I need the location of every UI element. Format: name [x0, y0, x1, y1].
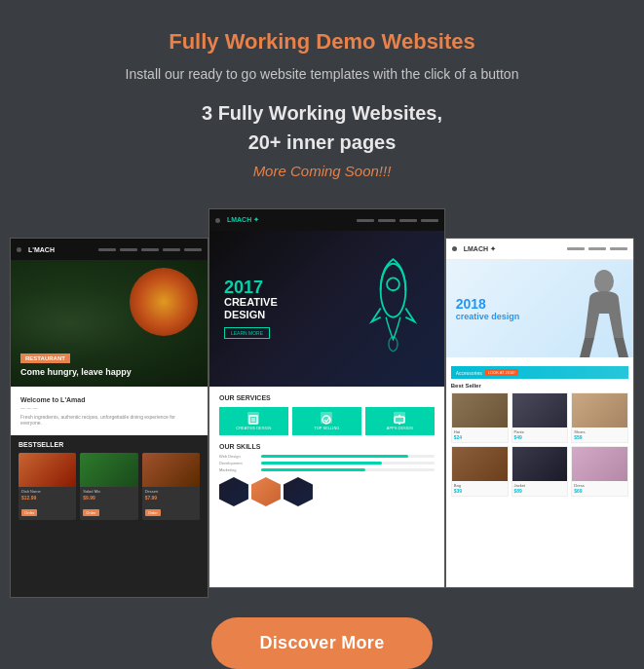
ecom-products-section: Accessories LOOK AT 2018! Best Seller Ha…	[446, 357, 633, 587]
header-dot	[17, 247, 21, 252]
ecom-product-info: Hat $24	[452, 427, 508, 442]
rest-bs-item: Dish Name $12.99 Order	[19, 453, 76, 520]
cs-skill-fill-2	[261, 462, 382, 465]
ecom-product-info: Pants $49	[512, 427, 568, 442]
creative-hero: 2017 CREATIVEDESIGN LEARN MORE	[209, 231, 444, 387]
rest-bs-img	[142, 453, 200, 487]
cs-skill-track-3	[261, 468, 435, 471]
ecom-product-img	[452, 393, 508, 427]
screenshot-ecommerce: LMACH ✦ 2018 creative design	[445, 238, 634, 588]
rest-logo: L'MACH	[28, 246, 55, 253]
rest-bs-btn[interactable]: Order	[21, 509, 37, 516]
creative-design-text: CREATIVEDESIGN	[224, 296, 278, 321]
cs-skill-name-3: Marketing	[219, 467, 258, 472]
ecom-best-seller-title: Best Seller	[451, 383, 628, 389]
rest-bs-img	[19, 453, 76, 487]
rest-bs-item: Dessert $7.99 Order	[142, 453, 200, 520]
cs-skill-track-1	[261, 455, 435, 458]
ecom-promo-banner: Accessories LOOK AT 2018!	[451, 366, 628, 379]
discover-btn-container: Discover More	[211, 617, 434, 669]
nav-item	[357, 219, 374, 222]
rest-welcome-title: Welcome to L'Amad	[20, 396, 198, 403]
restaurant-mock: L'MACH RESTAURANT Come hungry, leave hap…	[11, 239, 208, 597]
cs-item-label-3: APPS DESIGN	[368, 426, 432, 430]
rest-bs-name: Dessert	[145, 489, 197, 494]
ecom-product-img	[572, 393, 627, 427]
ecom-product-info: Dress $69	[572, 481, 627, 496]
ecom-product-price: $89	[514, 488, 566, 494]
header-dot	[215, 218, 220, 223]
nav-item	[378, 219, 396, 222]
rest-welcome-line: — — —	[20, 405, 198, 411]
cs-skill-fill-3	[261, 468, 365, 471]
svg-point-1	[387, 278, 399, 290]
cs-hexagons	[219, 477, 435, 506]
rest-welcome-section: Welcome to L'Amad — — — Fresh ingredient…	[11, 387, 208, 435]
person-silhouette	[580, 270, 628, 357]
ecom-person-img	[580, 270, 628, 357]
coming-soon-text: More Coming Soon!!!	[39, 163, 605, 179]
ecom-product-price: $24	[454, 434, 506, 440]
rest-bs-info: Dessert $7.99 Order	[142, 487, 200, 520]
nav-item	[610, 247, 627, 250]
creative-services-section: OUR SERVICES CREATIVE DESIGN TOP SELLING	[209, 387, 444, 587]
ecom-product-img	[512, 447, 568, 481]
rest-bs-name: Dish Name	[21, 489, 73, 494]
creative-logo: LMACH ✦	[227, 216, 259, 224]
ecom-hero-text: creative design	[456, 312, 520, 321]
cs-skill-bar-1: Web Design	[219, 454, 435, 459]
nav-item	[120, 248, 137, 251]
rest-bs-btn[interactable]: Order	[145, 509, 161, 516]
cs-item-icon-2	[321, 412, 332, 424]
websites-count: 3 Fully Working Websites, 20+ inner page…	[39, 98, 605, 157]
ecom-product-info: Shoes $59	[572, 427, 627, 442]
rest-hero: RESTAURANT Come hungry, leave happy	[11, 260, 208, 387]
rest-hero-food-img	[130, 268, 198, 336]
creative-mock: LMACH ✦ 2017 CREATIVEDESIGN LEARN MORE	[209, 209, 444, 587]
cs-skill-fill-1	[261, 455, 408, 458]
ecom-hero: 2018 creative design	[446, 260, 633, 357]
ecom-product-bag: Bag $39	[451, 446, 509, 497]
cs-item-label-2: TOP SELLING	[295, 426, 359, 430]
cs-item-label-1: CREATIVE DESIGN	[222, 426, 285, 430]
nav-item	[98, 248, 116, 251]
ecom-hero-year: 2018	[456, 296, 520, 312]
rest-bs-btn[interactable]: Order	[83, 509, 98, 516]
rest-bs-info: Salad Mix $9.99 Order	[80, 487, 137, 520]
nav-item	[141, 248, 159, 251]
nav-item	[421, 219, 438, 222]
cs-skill-bar-3: Marketing	[219, 467, 435, 472]
nav-item	[163, 248, 180, 251]
rest-bs-item: Salad Mix $9.99 Order	[80, 453, 137, 520]
svg-rect-7	[395, 417, 404, 423]
ecom-product-info: Bag $39	[452, 481, 508, 496]
ecom-product-img	[512, 393, 568, 427]
cs-skill-bar-2: Development	[219, 461, 435, 465]
cs-item-3: APPS DESIGN	[365, 407, 435, 435]
ecom-product-price: $59	[574, 434, 625, 440]
ecom-banner-text: Accessories	[456, 370, 482, 376]
cs-skill-name-2: Development	[219, 461, 258, 465]
cs-skills-title: OUR SKILLS	[219, 443, 435, 450]
discover-more-button[interactable]: Discover More	[211, 617, 434, 669]
rest-bestseller-section: BESTSELLER Dish Name $12.99 Order Sal	[11, 435, 208, 597]
ecom-product-dress: Dress $69	[571, 446, 628, 497]
creative-hero-text: 2017 CREATIVEDESIGN LEARN MORE	[224, 279, 278, 339]
screenshots-container: L'MACH RESTAURANT Come hungry, leave hap…	[0, 208, 644, 598]
rest-bs-img	[80, 453, 137, 487]
ecom-product-price: $69	[574, 488, 625, 494]
ecom-product-shoes: Shoes $59	[571, 392, 628, 443]
rest-nav	[98, 248, 202, 251]
creative-cta-btn[interactable]: LEARN MORE	[224, 327, 270, 339]
nav-item	[567, 247, 585, 250]
ecom-product-jacket: Jacket $89	[511, 446, 569, 497]
rest-header-bar: L'MACH	[11, 239, 208, 260]
rest-hero-tag: RESTAURANT	[20, 353, 70, 363]
rest-bestseller-title: BESTSELLER	[19, 441, 200, 448]
rest-bs-price: $9.99	[83, 495, 134, 501]
cs-item-1: CREATIVE DESIGN	[219, 407, 288, 435]
ecom-product-info: Jacket $89	[512, 481, 568, 496]
screenshot-creative: LMACH ✦ 2017 CREATIVEDESIGN LEARN MORE	[208, 208, 445, 588]
screenshot-restaurant: L'MACH RESTAURANT Come hungry, leave hap…	[10, 238, 208, 598]
ecom-mock: LMACH ✦ 2018 creative design	[446, 239, 633, 587]
